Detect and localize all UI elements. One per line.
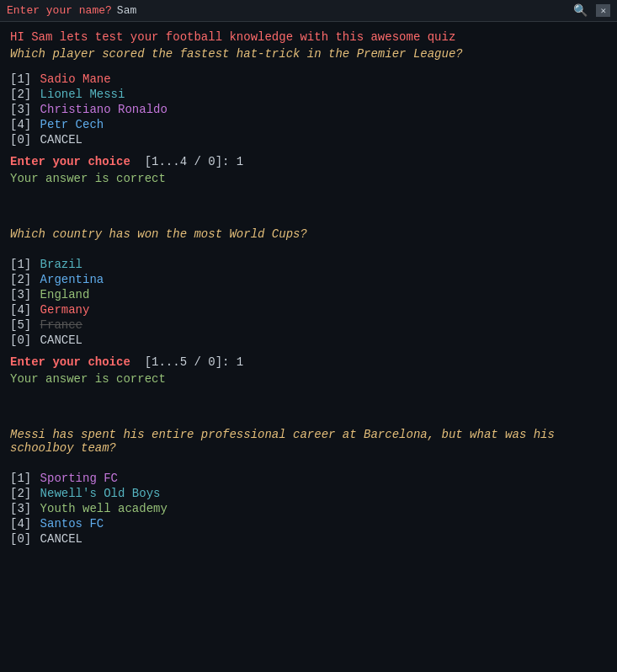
option-3-1: Sporting FC: [40, 472, 118, 485]
list-item: [2] Lionel Messi: [10, 88, 607, 101]
option-3-2: Newell's Old Boys: [40, 487, 161, 500]
option-2-cancel: CANCEL: [40, 333, 82, 347]
option-3-cancel: CANCEL: [40, 532, 82, 546]
gap-1: [10, 202, 607, 227]
question-1-text: Which player scored the fastest hat-tric…: [10, 47, 607, 61]
list-item: [0] CANCEL: [10, 133, 607, 147]
option-1-2: Lionel Messi: [40, 88, 125, 101]
list-item: [4] Germany: [10, 303, 607, 317]
option-2-2: Argentina: [40, 273, 104, 286]
question-1-prompt: Enter your choice [1...4 / 0]: 1: [10, 155, 607, 168]
prompt-range-1: [1...4 / 0]:: [137, 155, 237, 168]
option-1-1: Sadio Mane: [40, 72, 111, 86]
list-item: [3] England: [10, 288, 607, 301]
list-item: [1] Sadio Mane: [10, 72, 607, 86]
question-3-options: [1] Sporting FC [2] Newell's Old Boys [3…: [10, 472, 607, 546]
list-item: [0] CANCEL: [10, 532, 607, 546]
question-1-options: [1] Sadio Mane [2] Lionel Messi [3] Chri…: [10, 72, 607, 147]
prompt-range-2: [1...5 / 0]:: [137, 355, 237, 369]
name-input[interactable]: [117, 4, 168, 17]
list-item: [1] Brazil: [10, 258, 607, 271]
answer-result-1: Your answer is correct: [10, 172, 607, 185]
option-2-4: Germany: [40, 303, 90, 317]
option-1-cancel: CANCEL: [40, 133, 82, 147]
option-2-1: Brazil: [40, 258, 82, 271]
list-item: [4] Petr Cech: [10, 118, 607, 131]
list-item: [5] France: [10, 318, 607, 332]
search-icon[interactable]: 🔍: [573, 3, 588, 18]
option-2-3: England: [40, 288, 90, 301]
question-3-text: Messi has spent his entire professional …: [10, 428, 607, 455]
option-3-4: Santos FC: [40, 517, 104, 531]
option-2-5: France: [40, 318, 82, 332]
name-prompt-label: Enter your name?: [7, 4, 112, 17]
title-bar: Enter your name? 🔍 ✕: [0, 0, 617, 22]
list-item: [0] CANCEL: [10, 333, 607, 347]
title-bar-left: Enter your name?: [7, 4, 168, 17]
prompt-label-1: Enter your choice: [10, 155, 130, 168]
title-bar-right: 🔍 ✕: [573, 3, 610, 18]
option-1-4: Petr Cech: [40, 118, 104, 131]
question-2-text: Which country has won the most World Cup…: [10, 227, 607, 241]
terminal-window: Enter your name? 🔍 ✕ HI Sam lets test yo…: [0, 0, 617, 672]
greeting-text: HI Sam lets test your football knowledge…: [10, 30, 607, 44]
user-input-1: 1: [237, 155, 243, 168]
answer-result-2: Your answer is correct: [10, 372, 607, 386]
question-2-prompt: Enter your choice [1...5 / 0]: 1: [10, 355, 607, 369]
list-item: [2] Argentina: [10, 273, 607, 286]
user-input-2: 1: [237, 355, 243, 369]
list-item: [1] Sporting FC: [10, 472, 607, 485]
option-1-3: Christiano Ronaldo: [40, 103, 168, 116]
option-3-3: Youth well academy: [40, 502, 168, 515]
close-icon[interactable]: ✕: [596, 4, 610, 17]
content-area: HI Sam lets test your football knowledge…: [0, 22, 617, 563]
gap-2: [10, 403, 607, 428]
question-2-options: [1] Brazil [2] Argentina [3] England [4]…: [10, 258, 607, 347]
list-item: [4] Santos FC: [10, 517, 607, 531]
list-item: [2] Newell's Old Boys: [10, 487, 607, 500]
list-item: [3] Youth well academy: [10, 502, 607, 515]
list-item: [3] Christiano Ronaldo: [10, 103, 607, 116]
prompt-label-2: Enter your choice: [10, 355, 130, 369]
